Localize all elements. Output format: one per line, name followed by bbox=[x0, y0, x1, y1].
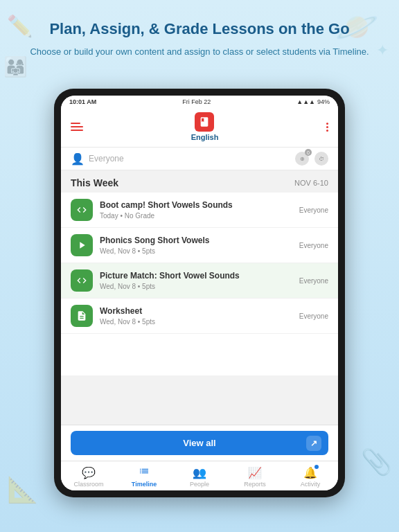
lesson-list: Boot camp! Short Vowels Sounds Today • N… bbox=[61, 193, 338, 334]
view-all-button[interactable]: View all ↗ bbox=[71, 431, 328, 455]
lesson-audience: Everyone bbox=[299, 206, 328, 214]
lesson-info: Picture Match: Short Vowel Sounds Wed, N… bbox=[100, 271, 292, 290]
timeline-icon bbox=[139, 466, 150, 479]
content-spacer bbox=[61, 334, 338, 375]
wifi-icon: ▲▲▲ bbox=[296, 98, 315, 105]
lesson-item[interactable]: Phonics Song Short Vowels Wed, Nov 8 • 5… bbox=[61, 228, 338, 263]
nav-item-activity[interactable]: 🔔 Activity bbox=[283, 466, 338, 488]
battery-indicator: 94% bbox=[317, 98, 330, 105]
status-time: 10:01 AM bbox=[69, 98, 96, 105]
nav-label-classroom: Classroom bbox=[73, 481, 103, 488]
content-area: This Week NOV 6-10 Boot camp! Short Vowe… bbox=[61, 170, 338, 425]
external-link-icon: ↗ bbox=[306, 436, 321, 451]
nav-label-reports: Reports bbox=[244, 481, 266, 488]
code-svg bbox=[76, 204, 87, 215]
status-date: Fri Feb 22 bbox=[182, 98, 211, 105]
lesson-icon-play bbox=[71, 234, 93, 256]
week-title: This Week bbox=[71, 177, 118, 188]
page-title: Plan, Assign, & Grade Lessons on the Go bbox=[14, 19, 385, 39]
app-title-area: English bbox=[191, 112, 219, 141]
nav-item-people[interactable]: 👥 People bbox=[172, 466, 227, 488]
nav-label-activity: Activity bbox=[301, 481, 321, 488]
lesson-info: Worksheet Wed, Nov 8 • 5pts bbox=[100, 306, 292, 326]
app-header: English bbox=[61, 108, 338, 148]
filter-badge[interactable]: ⊕ 0 bbox=[295, 152, 309, 166]
play-svg bbox=[76, 240, 87, 251]
bottom-nav: 💬 Classroom Timeline 👥 People bbox=[61, 461, 338, 490]
people-icon: 👥 bbox=[193, 466, 206, 479]
clock-icon: ⏱ bbox=[319, 156, 324, 162]
filter-icon: ⊕ bbox=[300, 156, 305, 162]
tablet-device: 10:01 AM Fri Feb 22 ▲▲▲ 94% bbox=[54, 89, 345, 497]
lesson-item[interactable]: Worksheet Wed, Nov 8 • 5pts Everyone bbox=[61, 299, 338, 334]
nav-item-classroom[interactable]: 💬 Classroom bbox=[61, 466, 116, 488]
person-icon: 👤 bbox=[71, 152, 83, 165]
lesson-meta: Wed, Nov 8 • 5pts bbox=[100, 283, 292, 290]
filter-label: Everyone bbox=[89, 154, 290, 163]
lesson-icon-code bbox=[71, 269, 93, 292]
lesson-title: Worksheet bbox=[100, 306, 292, 317]
status-indicators: ▲▲▲ 94% bbox=[296, 98, 330, 105]
view-all-label: View all bbox=[183, 438, 215, 448]
nav-label-people: People bbox=[190, 481, 209, 488]
nav-item-timeline[interactable]: Timeline bbox=[116, 466, 172, 488]
page-header: Plan, Assign, & Grade Lessons on the Go … bbox=[0, 0, 399, 65]
lesson-audience: Everyone bbox=[299, 242, 328, 249]
lesson-title: Boot camp! Short Vowels Sounds bbox=[100, 200, 292, 211]
doc-svg bbox=[76, 310, 87, 321]
lesson-title: Picture Match: Short Vowel Sounds bbox=[100, 271, 292, 282]
lesson-audience: Everyone bbox=[299, 312, 328, 320]
hamburger-line-3 bbox=[71, 130, 83, 131]
timeline-svg bbox=[139, 466, 150, 477]
lesson-item-highlighted[interactable]: Picture Match: Short Vowel Sounds Wed, N… bbox=[61, 263, 338, 299]
lesson-audience: Everyone bbox=[299, 277, 328, 285]
more-options-button[interactable] bbox=[326, 123, 328, 132]
lesson-icon-code bbox=[71, 199, 93, 221]
filter-actions: ⊕ 0 ⏱ bbox=[295, 152, 328, 166]
tablet-screen: 10:01 AM Fri Feb 22 ▲▲▲ 94% bbox=[61, 96, 338, 490]
lesson-meta: Wed, Nov 8 • 5pts bbox=[100, 318, 292, 326]
lesson-meta: Today • No Grade bbox=[100, 212, 292, 220]
deco-clip: 📎 bbox=[361, 447, 392, 477]
lesson-title: Phonics Song Short Vowels bbox=[100, 236, 292, 247]
nav-label-timeline: Timeline bbox=[132, 481, 157, 488]
badge-count: 0 bbox=[305, 149, 312, 156]
classroom-icon: 💬 bbox=[82, 466, 96, 479]
page-background: 🪐 ✦ ✏️ 📎 📐 👨‍👩‍👧 Plan, Assign, & Grade L… bbox=[0, 0, 399, 532]
book-icon bbox=[195, 112, 214, 132]
week-range: NOV 6-10 bbox=[294, 179, 328, 187]
lesson-icon-doc bbox=[71, 305, 93, 327]
hamburger-line-1 bbox=[71, 123, 80, 124]
deco-ruler: 📐 bbox=[7, 475, 38, 504]
app-title-label: English bbox=[191, 133, 219, 141]
hamburger-line-2 bbox=[71, 126, 83, 127]
book-svg bbox=[199, 116, 210, 127]
page-subtitle: Choose or build your own content and ass… bbox=[14, 45, 385, 59]
lesson-info: Boot camp! Short Vowels Sounds Today • N… bbox=[100, 200, 292, 220]
view-all-bar: View all ↗ bbox=[61, 425, 338, 461]
hamburger-menu-button[interactable] bbox=[71, 123, 83, 131]
lesson-meta: Wed, Nov 8 • 5pts bbox=[100, 247, 292, 255]
nav-item-reports[interactable]: 📈 Reports bbox=[227, 466, 283, 488]
reports-icon: 📈 bbox=[248, 466, 262, 479]
status-bar: 10:01 AM Fri Feb 22 ▲▲▲ 94% bbox=[61, 96, 338, 108]
activity-icon: 🔔 bbox=[303, 466, 317, 479]
filter-bar: 👤 Everyone ⊕ 0 ⏱ bbox=[61, 148, 338, 170]
week-header: This Week NOV 6-10 bbox=[61, 170, 338, 193]
code-svg bbox=[76, 275, 87, 286]
lesson-info: Phonics Song Short Vowels Wed, Nov 8 • 5… bbox=[100, 236, 292, 255]
lesson-item[interactable]: Boot camp! Short Vowels Sounds Today • N… bbox=[61, 193, 338, 228]
clock-badge[interactable]: ⏱ bbox=[314, 152, 328, 166]
